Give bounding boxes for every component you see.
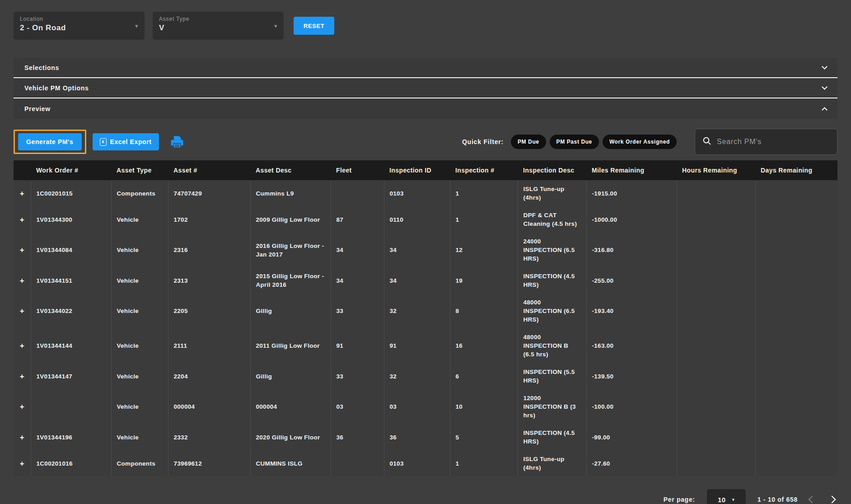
filter-row: Location 2 - On Road ▾ Asset Type V ▾ RE… <box>14 0 837 40</box>
column-header-inspection-[interactable]: Inspection # <box>450 160 518 180</box>
expand-row-icon[interactable]: + <box>14 389 31 424</box>
cell-insp_num: 1 <box>450 206 518 233</box>
cell-insp_id: 0103 <box>384 180 450 206</box>
cell-asset_type: Vehicle <box>111 294 168 328</box>
expand-row-icon[interactable]: + <box>14 328 31 363</box>
expand-row-icon[interactable]: + <box>14 206 31 233</box>
pm-preview-table: Work Order #Asset TypeAsset #Asset DescF… <box>14 160 837 476</box>
column-header-fleet[interactable]: Fleet <box>331 160 384 180</box>
quick-filter-work-order-assigned[interactable]: Work Order Assigned <box>603 135 677 149</box>
cell-insp_num: 1 <box>450 180 518 206</box>
cell-insp_num: 19 <box>450 267 518 294</box>
cell-asset_num: 2332 <box>168 424 250 450</box>
expand-row-icon[interactable]: + <box>14 267 31 294</box>
cell-hours <box>677 424 755 450</box>
expand-row-icon[interactable]: + <box>14 424 31 450</box>
column-header-inspection-desc[interactable]: Inspection Desc <box>518 160 586 180</box>
cell-insp_id: 34 <box>384 267 450 294</box>
search-icon <box>702 136 711 147</box>
column-header-days-remaining[interactable]: Days Remaining <box>755 160 837 180</box>
reset-button[interactable]: RESET <box>294 17 334 35</box>
excel-export-button[interactable]: x Excel Export <box>93 133 159 150</box>
cell-fleet: 33 <box>331 294 384 328</box>
page-range-label: 1 - 10 of 658 <box>757 496 798 503</box>
cell-asset_type: Vehicle <box>111 424 168 450</box>
action-highlight-box: Generate PM's <box>14 130 86 154</box>
location-select[interactable]: Location 2 - On Road ▾ <box>14 12 145 40</box>
cell-asset_num: 000004 <box>168 389 250 424</box>
cell-insp_desc: INSPECTION (5.5 HRS) <box>518 363 586 389</box>
previous-page-icon[interactable] <box>809 496 816 504</box>
expand-row-icon[interactable]: + <box>14 363 31 389</box>
cell-wo: 1C00201015 <box>31 180 111 206</box>
column-header-inspection-id[interactable]: Inspection ID <box>384 160 450 180</box>
cell-fleet <box>331 450 384 476</box>
expand-row-icon[interactable]: + <box>14 233 31 267</box>
expand-row-icon[interactable]: + <box>14 180 31 206</box>
cell-days <box>755 389 837 424</box>
cell-wo: 1V01344084 <box>31 233 111 267</box>
search-box[interactable] <box>695 129 837 155</box>
cell-hours <box>677 450 755 476</box>
cell-wo: 1V01344144 <box>31 328 111 363</box>
cell-insp_id: 91 <box>384 328 450 363</box>
cell-insp_num: 1 <box>450 450 518 476</box>
column-header-asset-desc[interactable]: Asset Desc <box>250 160 331 180</box>
column-header-miles-remaining[interactable]: Miles Remaining <box>586 160 677 180</box>
cell-asset_type: Vehicle <box>111 233 168 267</box>
cell-days <box>755 267 837 294</box>
cell-days <box>755 206 837 233</box>
cell-wo: 1V01344196 <box>31 424 111 450</box>
cell-insp_id: 32 <box>384 363 450 389</box>
accordion-vehicle-pm-options[interactable]: Vehicle PM Options <box>14 78 837 98</box>
cell-asset_desc: 2015 Gillig Low Floor - April 2016 <box>250 267 331 294</box>
expand-row-icon[interactable]: + <box>14 450 31 476</box>
print-icon[interactable] <box>169 134 185 149</box>
table-row: +1V01344151Vehicle23132015 Gillig Low Fl… <box>14 267 837 294</box>
search-input[interactable] <box>717 138 830 146</box>
cell-asset_type: Vehicle <box>111 389 168 424</box>
cell-asset_type: Vehicle <box>111 363 168 389</box>
cell-insp_id: 03 <box>384 389 450 424</box>
cell-asset_num: 2204 <box>168 363 250 389</box>
cell-hours <box>677 389 755 424</box>
expand-row-icon[interactable]: + <box>14 294 31 328</box>
cell-fleet: 33 <box>331 363 384 389</box>
column-header-asset-type[interactable]: Asset Type <box>111 160 168 180</box>
cell-asset_num: 2313 <box>168 267 250 294</box>
next-page-icon[interactable] <box>828 496 836 504</box>
cell-days <box>755 294 837 328</box>
cell-asset_desc: 2020 Gillig Low Floor <box>250 424 331 450</box>
cell-insp_desc: INSPECTION (4.5 HRS) <box>518 424 586 450</box>
cell-wo <box>31 389 111 424</box>
cell-days <box>755 328 837 363</box>
generate-pms-button[interactable]: Generate PM's <box>18 133 82 150</box>
per-page-select[interactable]: 10 ▾ <box>707 489 746 504</box>
table-header-row: Work Order #Asset TypeAsset #Asset DescF… <box>14 160 837 180</box>
cell-insp_desc: 24000 INSPECTION (6.5 HRS) <box>518 233 586 267</box>
quick-filter-pm-past-due[interactable]: PM Past Due <box>550 135 599 149</box>
asset-type-select[interactable]: Asset Type V ▾ <box>153 12 284 40</box>
table-row: +1V01344144Vehicle21112011 Gillig Low Fl… <box>14 328 837 363</box>
cell-asset_desc: Gillig <box>250 294 331 328</box>
cell-asset_type: Vehicle <box>111 206 168 233</box>
column-header-asset-[interactable]: Asset # <box>168 160 250 180</box>
cell-insp_num: 5 <box>450 424 518 450</box>
cell-asset_num: 74707429 <box>168 180 250 206</box>
cell-insp_id: 0103 <box>384 450 450 476</box>
chevron-down-icon <box>822 64 828 70</box>
cell-miles: -193.40 <box>586 294 677 328</box>
excel-export-label: Excel Export <box>110 138 152 145</box>
column-header-hours-remaining[interactable]: Hours Remaining <box>677 160 755 180</box>
table-row: +1V01344147Vehicle2204Gillig33326INSPECT… <box>14 363 837 389</box>
cell-insp_desc: 48000 INSPECTION (6.5 HRS) <box>518 294 586 328</box>
cell-insp_desc: 48000 INSPECTION B (6.5 hrs) <box>518 328 586 363</box>
cell-asset_desc: 000004 <box>250 389 331 424</box>
accordion-preview[interactable]: Preview <box>14 98 837 119</box>
column-header-work-order-[interactable]: Work Order # <box>31 160 111 180</box>
accordion-selections[interactable]: Selections <box>14 58 837 78</box>
table-row: +1V01344196Vehicle23322020 Gillig Low Fl… <box>14 424 837 450</box>
quick-filter-pm-due[interactable]: PM Due <box>511 135 546 149</box>
quick-filter-label: Quick Filter: <box>462 138 504 145</box>
cell-wo: 1C00201016 <box>31 450 111 476</box>
